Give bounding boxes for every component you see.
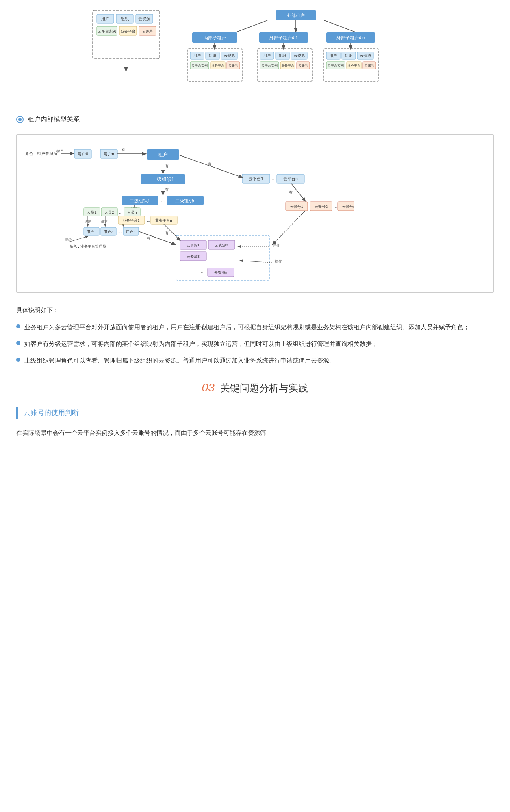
svg-text:云账号n: 云账号n [342,205,354,209]
svg-line-117 [139,231,175,244]
svg-text:授予: 授予 [65,238,72,241]
svg-text:业务平台n: 业务平台n [155,218,172,222]
svg-line-127 [179,155,242,177]
bullet-text-1: 业务租户为多云管理平台对外开放面向使用者的租户，用户在注册创建租户后，可根据自身… [24,322,469,333]
svg-text:有: 有 [122,148,125,152]
cloud-account-section-title: 云账号的使用判断 [16,407,494,419]
svg-text:云资源: 云资源 [138,17,150,21]
svg-text:云平台1: 云平台1 [249,177,263,181]
svg-text:二级组织n: 二级组织n [175,198,195,203]
svg-text:用户: 用户 [101,17,109,21]
svg-text:操作: 操作 [275,259,282,263]
svg-text:云账号2: 云账号2 [315,205,328,209]
svg-text:用户1: 用户1 [87,230,96,234]
svg-text:云资源3: 云资源3 [187,255,200,259]
svg-text:角色：租户管理员: 角色：租户管理员 [25,151,57,156]
svg-text:组织: 组织 [279,54,286,58]
svg-text:云账号: 云账号 [228,64,238,67]
svg-text:有: 有 [208,162,211,166]
svg-text:有: 有 [165,188,169,192]
svg-text:云平台实例: 云平台实例 [328,64,344,67]
svg-text:云资源: 云资源 [293,54,304,58]
svg-text:云平台实例: 云平台实例 [191,64,208,67]
svg-text:业务平台: 业务平台 [347,64,360,67]
svg-text:组织: 组织 [209,54,216,58]
svg-text:...: ... [161,198,165,203]
svg-text:用户0: 用户0 [78,152,88,156]
svg-text:用户: 用户 [193,54,201,58]
svg-text:...: ... [119,210,122,214]
internal-model-section-header: 租户内部模型关系 [16,114,494,125]
svg-text:内部子租户: 内部子租户 [203,35,226,40]
page-container: 用户 组织 云资源 云平台实例 业务平台 云账号 外部租户 内部子租户 [0,0,510,438]
svg-line-153 [240,261,272,263]
svg-text:一级组织1: 一级组织1 [152,177,174,182]
svg-text:用户2: 用户2 [104,230,113,234]
svg-text:绑定: 绑定 [101,220,108,224]
bullet-list: 业务租户为多云管理平台对外开放面向使用者的租户，用户在注册创建租户后，可根据自身… [16,322,494,366]
top-architecture-diagram: 用户 组织 云资源 云平台实例 业务平台 云账号 外部租户 内部子租户 [72,8,438,93]
svg-text:云资源1: 云资源1 [187,243,200,247]
svg-text:云资源n: 云资源n [214,271,227,275]
svg-text:...: ... [93,151,97,157]
svg-text:用户n: 用户n [126,230,135,234]
svg-line-154 [273,211,305,244]
svg-text:有: 有 [147,236,150,240]
list-item: 如客户有分级运营需求，可将内部的某个组织映射为内部子租户，实现独立运营，但同时可… [16,338,494,349]
svg-text:二级组织1: 二级组织1 [130,198,150,203]
internal-model-diagram-box: 角色：租户管理员 授予 用户0 ... 用户n 租户 有 有 一级组织1 [16,134,494,293]
svg-text:...: ... [147,218,150,222]
svg-text:业务平台: 业务平台 [121,29,135,33]
svg-text:云平台实例: 云平台实例 [261,64,278,67]
svg-text:...: ... [334,204,337,209]
svg-text:云资源2: 云资源2 [215,243,228,247]
bullet-dot-3 [16,358,20,362]
internal-model-diagram: 角色：租户管理员 授予 用户0 ... 用户n 租户 有 有 一级组织1 [21,139,354,285]
circle-bullet-icon [16,116,24,123]
svg-text:组织: 组织 [121,17,129,21]
svg-text:云平台实例: 云平台实例 [98,29,116,33]
bullet-text-2: 如客户有分级运营需求，可将内部的某个组织映射为内部子租户，实现独立运营，但同时可… [24,338,378,349]
svg-text:用户: 用户 [263,54,271,58]
svg-text:云资源: 云资源 [360,54,371,58]
svg-line-136 [291,183,305,201]
chapter-number: 03 [202,381,215,394]
bullet-dot-2 [16,341,20,345]
svg-text:租户: 租户 [158,152,168,158]
svg-text:业务平台: 业务平台 [211,64,224,67]
svg-text:外部租户: 外部租户 [287,13,305,18]
description-intro: 具体说明如下： [16,305,494,315]
chapter-title: 关键问题分析与实践 [220,382,308,393]
circle-inner [18,118,22,121]
svg-text:外部子租户4.n: 外部子租户4.n [336,35,365,40]
svg-text:操作: 操作 [273,243,280,247]
svg-text:...: ... [200,269,203,274]
svg-text:用户: 用户 [330,54,337,58]
internal-model-label: 租户内部模型关系 [28,114,80,125]
svg-text:云账号1: 云账号1 [290,205,303,209]
list-item: 上级组织管理角色可以查看、管理归属下级组织的云资源。普通用户可以通过加入业务系统… [16,355,494,366]
svg-text:用户n: 用户n [104,152,114,156]
svg-text:人员n: 人员n [127,210,137,214]
svg-text:有: 有 [289,190,293,194]
svg-text:有: 有 [165,231,169,235]
cloud-account-title-text: 云账号的使用判断 [24,409,79,417]
bottom-text-paragraph: 在实际场景中会有一个云平台实例接入多个云账号的情况，而由于多个云账号可能存在资源… [16,427,494,438]
svg-text:...: ... [118,229,122,234]
svg-text:...: ... [272,176,276,181]
svg-text:云账号: 云账号 [365,64,374,67]
svg-text:业务平台1: 业务平台1 [123,218,139,222]
bullet-text-3: 上级组织管理角色可以查看、管理归属下级组织的云资源。普通用户可以通过加入业务系统… [24,355,335,366]
bullet-dot-1 [16,324,20,328]
svg-text:云账号: 云账号 [142,29,153,33]
svg-text:角色：业务平台管理员: 角色：业务平台管理员 [69,244,106,248]
top-diagram-section: 用户 组织 云资源 云平台实例 业务平台 云账号 外部租户 内部子租户 [16,0,494,106]
svg-text:人员1: 人员1 [87,210,96,214]
svg-text:业务平台: 业务平台 [281,64,294,67]
svg-text:外部子租户4.1: 外部子租户4.1 [269,35,297,40]
list-item: 业务租户为多云管理平台对外开放面向使用者的租户，用户在注册创建租户后，可根据自身… [16,322,494,333]
svg-text:云平台n: 云平台n [283,177,298,181]
svg-text:云账号: 云账号 [298,64,308,67]
svg-text:人员2: 人员2 [104,210,114,214]
svg-text:云资源: 云资源 [224,54,234,58]
